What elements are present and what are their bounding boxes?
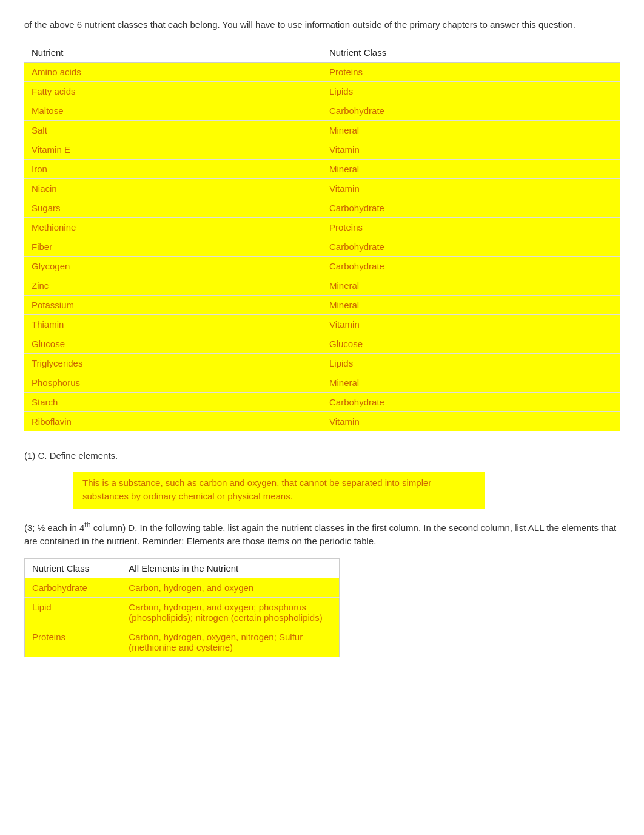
table-row: MethionineProteins bbox=[24, 217, 620, 237]
table-row: PotassiumMineral bbox=[24, 295, 620, 314]
nutrient-cell: Glycogen bbox=[24, 256, 322, 276]
nutrient-class-cell: Carbohydrate bbox=[322, 256, 620, 276]
nutrient-class-cell: Proteins bbox=[322, 62, 620, 81]
nutrient-col-header: Nutrient bbox=[24, 43, 322, 63]
nutrient-class-cell: Proteins bbox=[322, 217, 620, 237]
nutrient-class-cell: Vitamin bbox=[322, 411, 620, 431]
elements-nutrient-class-cell: Carbohydrate bbox=[25, 578, 122, 597]
nutrient-cell: Iron bbox=[24, 159, 322, 178]
table-row: ThiaminVitamin bbox=[24, 314, 620, 334]
nutrient-cell: Starch bbox=[24, 392, 322, 411]
nutrient-cell: Methionine bbox=[24, 217, 322, 237]
nutrient-cell: Vitamin E bbox=[24, 140, 322, 159]
elements-table-row: ProteinsCarbon, hydrogen, oxygen, nitrog… bbox=[25, 627, 340, 657]
table-row: GlucoseGlucose bbox=[24, 334, 620, 353]
table-row: Vitamin EVitamin bbox=[24, 140, 620, 159]
table-row: ZincMineral bbox=[24, 276, 620, 295]
nutrient-class-cell: Vitamin bbox=[322, 314, 620, 334]
nutrient-cell: Maltose bbox=[24, 101, 322, 120]
elements-list-cell: Carbon, hydrogen, and oxygen; phosphorus… bbox=[121, 597, 339, 627]
nutrient-cell: Phosphorus bbox=[24, 373, 322, 392]
table-row: SugarsCarbohydrate bbox=[24, 198, 620, 217]
table-row: NiacinVitamin bbox=[24, 178, 620, 198]
nutrient-class-cell: Vitamin bbox=[322, 178, 620, 198]
nutrient-cell: Thiamin bbox=[24, 314, 322, 334]
elements-list-cell: Carbon, hydrogen, oxygen, nitrogen; Sulf… bbox=[121, 627, 339, 657]
table-row: StarchCarbohydrate bbox=[24, 392, 620, 411]
section-d-prefix: (3; ½ each in 4 bbox=[24, 522, 84, 533]
nutrient-cell: Amino acids bbox=[24, 62, 322, 81]
nutrient-class-cell: Mineral bbox=[322, 159, 620, 178]
nutrient-class-cell: Mineral bbox=[322, 120, 620, 140]
nutrient-cell: Sugars bbox=[24, 198, 322, 217]
elements-table-row: LipidCarbon, hydrogen, and oxygen; phosp… bbox=[25, 597, 340, 627]
table-row: RiboflavinVitamin bbox=[24, 411, 620, 431]
nutrient-class-col-header: Nutrient Class bbox=[322, 43, 620, 63]
table-row: FiberCarbohydrate bbox=[24, 237, 620, 256]
table-row: SaltMineral bbox=[24, 120, 620, 140]
definition-box: This is a substance, such as carbon and … bbox=[73, 472, 485, 509]
nutrient-class-cell: Lipids bbox=[322, 353, 620, 373]
nutrient-cell: Riboflavin bbox=[24, 411, 322, 431]
elements-table: Nutrient Class All Elements in the Nutri… bbox=[24, 558, 340, 657]
elements-nutrient-class-header: Nutrient Class bbox=[25, 558, 122, 578]
nutrient-class-cell: Carbohydrate bbox=[322, 392, 620, 411]
nutrient-cell: Fiber bbox=[24, 237, 322, 256]
nutrient-cell: Triglycerides bbox=[24, 353, 322, 373]
nutrient-cell: Potassium bbox=[24, 295, 322, 314]
nutrient-class-cell: Glucose bbox=[322, 334, 620, 353]
elements-nutrient-class-cell: Proteins bbox=[25, 627, 122, 657]
section-d-superscript: th bbox=[84, 521, 90, 529]
nutrient-cell: Salt bbox=[24, 120, 322, 140]
table-row: Fatty acidsLipids bbox=[24, 81, 620, 101]
nutrient-class-cell: Vitamin bbox=[322, 140, 620, 159]
table-row: MaltoseCarbohydrate bbox=[24, 101, 620, 120]
nutrient-class-cell: Carbohydrate bbox=[322, 237, 620, 256]
nutrient-class-cell: Lipids bbox=[322, 81, 620, 101]
section-c-label: (1) C. Define elements. bbox=[24, 448, 620, 463]
elements-table-row: CarbohydrateCarbon, hydrogen, and oxygen bbox=[25, 578, 340, 597]
nutrient-cell: Niacin bbox=[24, 178, 322, 198]
table-row: Amino acidsProteins bbox=[24, 62, 620, 81]
nutrient-class-cell: Mineral bbox=[322, 373, 620, 392]
nutrient-class-cell: Mineral bbox=[322, 295, 620, 314]
nutrient-class-cell: Mineral bbox=[322, 276, 620, 295]
table-row: PhosphorusMineral bbox=[24, 373, 620, 392]
table-row: TriglyceridesLipids bbox=[24, 353, 620, 373]
elements-nutrient-class-cell: Lipid bbox=[25, 597, 122, 627]
nutrient-cell: Glucose bbox=[24, 334, 322, 353]
elements-all-elements-header: All Elements in the Nutrient bbox=[121, 558, 339, 578]
nutrient-class-cell: Carbohydrate bbox=[322, 101, 620, 120]
nutrient-table: Nutrient Nutrient Class Amino acidsProte… bbox=[24, 43, 620, 431]
intro-text: of the above 6 nutrient classes that eac… bbox=[24, 18, 620, 32]
elements-list-cell: Carbon, hydrogen, and oxygen bbox=[121, 578, 339, 597]
nutrient-cell: Fatty acids bbox=[24, 81, 322, 101]
nutrient-cell: Zinc bbox=[24, 276, 322, 295]
table-row: GlycogenCarbohydrate bbox=[24, 256, 620, 276]
section-d-suffix: column) D. In the following table, list … bbox=[24, 522, 616, 547]
nutrient-class-cell: Carbohydrate bbox=[322, 198, 620, 217]
section-d-text: (3; ½ each in 4th column) D. In the foll… bbox=[24, 519, 620, 549]
table-row: IronMineral bbox=[24, 159, 620, 178]
